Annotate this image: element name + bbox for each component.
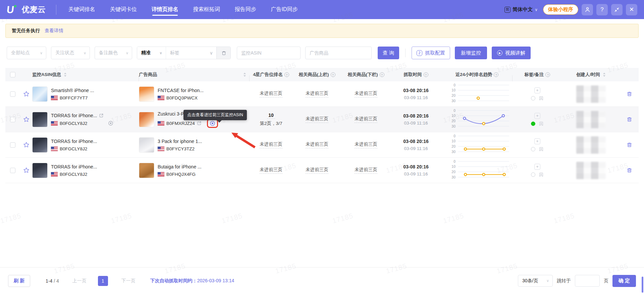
view-passed-asin-icon[interactable] xyxy=(210,121,215,126)
ad-product-title[interactable]: FNTCASE for iPhon... xyxy=(158,88,204,93)
related-top-value[interactable]: 未进前三页 xyxy=(306,116,328,123)
select-all-checkbox[interactable] xyxy=(10,72,15,77)
app-logo[interactable]: U 优麦云 xyxy=(7,4,46,15)
favorite-star-icon[interactable] xyxy=(23,116,30,123)
help-icon[interactable]: ? xyxy=(380,72,384,77)
help-icon[interactable]: ? xyxy=(331,72,335,77)
video-guide-button[interactable]: ▶视频讲解 xyxy=(492,47,531,59)
external-link-icon[interactable] xyxy=(197,121,202,126)
sort-icon[interactable] xyxy=(64,72,67,77)
monitor-product-title[interactable]: TORRAS for iPhone... xyxy=(51,139,97,144)
refresh-button[interactable]: 刷 新 xyxy=(8,275,30,287)
related-bottom-value[interactable]: 未进前三页 xyxy=(355,167,377,174)
monitor-asin[interactable]: B0FGCLY8J2 xyxy=(60,121,87,126)
add-tag-button[interactable]: + xyxy=(534,138,540,144)
add-monitor-button[interactable]: 新增监控 xyxy=(455,47,487,59)
monitor-asin[interactable]: B0FFCF7YT7 xyxy=(60,95,88,100)
sort-icon[interactable] xyxy=(243,72,246,77)
nav-item-detail-page-rank[interactable]: 详情页排名 xyxy=(152,0,178,19)
monitor-asin-input[interactable] xyxy=(237,47,301,59)
nav-item-report-sync[interactable]: 报告同步 xyxy=(235,0,256,19)
ad-product-image[interactable] xyxy=(139,137,154,153)
row-checkbox[interactable] xyxy=(10,168,15,173)
add-tag-button[interactable]: + xyxy=(534,164,540,170)
nav-item-ad-id-sync[interactable]: 广告ID同步 xyxy=(271,0,298,19)
nav-item-keyword-rank[interactable]: 关键词排名 xyxy=(68,0,95,19)
clear-tag-button[interactable] xyxy=(216,47,230,59)
monitor-product-image[interactable] xyxy=(32,137,48,153)
rank4-value[interactable]: 未进前三页 xyxy=(260,90,282,97)
ad-product-image[interactable] xyxy=(139,163,154,178)
follow-status-select[interactable]: 关注状态∨ xyxy=(51,47,90,59)
jump-page-input[interactable] xyxy=(575,275,600,287)
next-page-button[interactable]: 下一页 xyxy=(121,278,136,284)
monitor-product-image[interactable] xyxy=(32,112,48,127)
page-size-select[interactable]: 30条/页∨ xyxy=(518,275,553,287)
note-icon[interactable] xyxy=(539,96,544,101)
monitor-product-image[interactable] xyxy=(32,86,48,102)
ad-asin[interactable]: B0FDQ3PWCX xyxy=(166,95,198,100)
note-color-indicator[interactable] xyxy=(531,122,535,126)
note-icon[interactable] xyxy=(539,147,544,152)
query-button[interactable]: 查 询 xyxy=(378,47,399,59)
help-icon[interactable]: ? xyxy=(494,72,498,77)
note-color-select[interactable]: 备注颜色∨ xyxy=(95,47,132,59)
note-color-indicator[interactable] xyxy=(531,147,535,151)
help-icon[interactable]: ? xyxy=(545,72,550,77)
site-select[interactable]: 全部站点∨ xyxy=(7,47,46,59)
user-button[interactable] xyxy=(582,4,593,15)
collapse-button[interactable] xyxy=(611,4,623,15)
ad-asin[interactable]: B0FMXRJZ24 xyxy=(166,121,195,126)
header-ad-product[interactable]: 广告商品 xyxy=(139,72,250,78)
monitor-product-image[interactable] xyxy=(32,163,48,178)
ad-product-image[interactable] xyxy=(139,86,154,102)
notice-detail-link[interactable]: 查看详情 xyxy=(45,28,63,34)
delete-icon[interactable] xyxy=(627,91,632,97)
scrollbar-thumb[interactable] xyxy=(642,277,643,293)
help-icon[interactable]: ? xyxy=(284,72,289,77)
nav-item-searchbox-words[interactable]: 搜索框拓词 xyxy=(193,0,220,19)
monitor-product-title[interactable]: TORRAS for iPhone... xyxy=(51,113,113,118)
monitor-product-title[interactable]: TORRAS for iPhone... xyxy=(51,164,97,169)
monitor-product-title[interactable]: Smartish® iPhone ... xyxy=(51,88,94,93)
help-icon[interactable]: ? xyxy=(424,72,428,77)
add-tag-button[interactable]: + xyxy=(534,113,540,119)
match-type-select[interactable]: 精准∨ xyxy=(137,47,166,59)
add-tag-button[interactable]: + xyxy=(534,87,540,93)
favorite-star-icon[interactable] xyxy=(23,142,30,148)
note-color-indicator[interactable] xyxy=(531,96,535,100)
rank4-value[interactable]: 10 xyxy=(267,113,275,119)
prev-page-button[interactable]: 上一页 xyxy=(72,278,87,284)
rank4-value[interactable]: 未进前三页 xyxy=(260,141,282,148)
ad-asin[interactable]: B0FYCY3TZ2 xyxy=(166,146,195,151)
view-passed-asin-icon[interactable] xyxy=(108,121,113,126)
related-top-value[interactable]: 未进前三页 xyxy=(306,141,328,148)
monitor-asin[interactable]: B0FGCLY8J2 xyxy=(60,146,87,151)
note-icon[interactable] xyxy=(539,172,544,177)
monitor-asin[interactable]: B0FGCLY8J2 xyxy=(60,172,87,177)
crawl-config-button[interactable]: 2抓取配置 xyxy=(412,47,450,59)
mini-program-button[interactable]: 体验小程序 xyxy=(543,4,578,15)
ad-product-input[interactable] xyxy=(305,47,372,59)
related-bottom-value[interactable]: 未进前三页 xyxy=(355,116,377,123)
note-color-indicator[interactable] xyxy=(531,172,535,177)
favorite-star-icon[interactable] xyxy=(23,167,30,173)
delete-icon[interactable] xyxy=(627,117,632,122)
close-button[interactable]: ✕ xyxy=(626,4,637,15)
sort-icon[interactable] xyxy=(603,72,606,77)
note-icon[interactable] xyxy=(539,121,544,126)
related-top-value[interactable]: 未进前三页 xyxy=(306,90,328,97)
ad-asin[interactable]: B0FHQJX4FG xyxy=(166,172,196,177)
help-button[interactable]: ? xyxy=(596,4,608,15)
related-top-value[interactable]: 未进前三页 xyxy=(306,167,328,174)
related-bottom-value[interactable]: 未进前三页 xyxy=(355,90,377,97)
language-selector[interactable]: 简 简体中文 ∨ xyxy=(504,6,538,13)
page-number-1[interactable]: 1 xyxy=(98,276,108,286)
related-bottom-value[interactable]: 未进前三页 xyxy=(355,141,377,148)
row-checkbox[interactable] xyxy=(10,142,15,148)
ad-product-image[interactable] xyxy=(139,112,154,127)
header-monitor-asin[interactable]: 监控ASIN信息 xyxy=(32,72,139,78)
confirm-button[interactable]: 确 定 xyxy=(612,275,636,287)
ad-product-title[interactable]: Butaiga for iPhone ... xyxy=(158,164,202,169)
rank4-value[interactable]: 未进前三页 xyxy=(260,167,282,174)
